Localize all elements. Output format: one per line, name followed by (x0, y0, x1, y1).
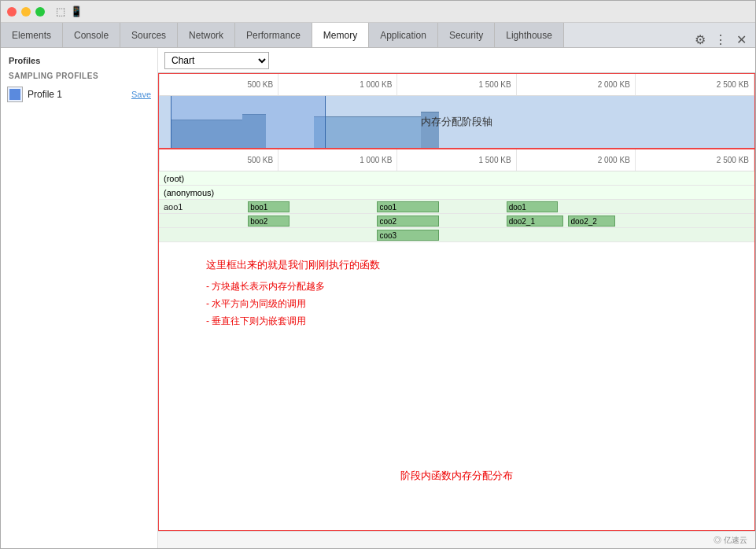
bottom-bar: ◎ 亿速云 (158, 531, 755, 548)
tab-memory[interactable]: Memory (312, 23, 369, 47)
profile-save-link[interactable]: Save (131, 90, 151, 99)
axis-tick-1000k: 1 000 KB (278, 74, 397, 95)
settings-icon[interactable]: ⚙ (692, 31, 708, 47)
anonymous-label: (anonymous) (159, 188, 238, 197)
window-controls (7, 7, 45, 17)
annotation-line-1: - 方块越长表示内存分配越多 (206, 280, 707, 293)
selected-region (171, 96, 326, 148)
annotation-area: 这里框出来的就是我们刚刚执行的函数 - 方块越长表示内存分配越多 - 水平方向为… (159, 242, 754, 453)
device-icon[interactable]: 📱 (70, 6, 83, 18)
chart-select[interactable]: Chart Heavy (Bottom Up) Tree (Top Down) … (164, 52, 269, 69)
level2-bars: coo3 (238, 228, 754, 241)
bottom-axis: 500 KB 1 000 KB 1 500 KB 2 000 KB 2 500 … (159, 149, 754, 171)
minimize-button[interactable] (21, 7, 31, 17)
bottom-axis-tick-2500k: 2 500 KB (636, 149, 754, 171)
tab-actions: ⚙ ⋮ ✕ (692, 31, 755, 47)
axis-tick-500k: 500 KB (159, 74, 278, 95)
tab-elements[interactable]: Elements (1, 23, 63, 47)
bar-coo3[interactable]: coo3 (377, 230, 439, 241)
tab-bar: Elements Console Sources Network Perform… (1, 23, 755, 48)
tab-console[interactable]: Console (63, 23, 120, 47)
annotation-line-2: - 水平方向为同级的调用 (206, 297, 707, 311)
annotation-line-3: - 垂直往下则为嵌套调用 (206, 315, 707, 328)
func-row-level2: coo3 (159, 228, 754, 242)
aoo1-bars: boo1 coo1 doo1 (238, 200, 754, 213)
func-row-aoo1: aoo1 boo1 coo1 doo1 (159, 200, 754, 214)
tab-performance[interactable]: Performance (235, 23, 312, 47)
profiles-title: Profiles (1, 48, 157, 68)
lower-section-label: 阶段内函数内存分配分布 (159, 453, 754, 530)
title-bar-icons: ⬚ 📱 (54, 6, 83, 18)
func-row-level1: boo2 coo2 doo2_1 doo2_2 (159, 214, 754, 228)
func-chart: (root) (anonymous) aoo1 boo1 (159, 171, 754, 242)
bottom-axis-tick-1000k: 1 000 KB (278, 149, 397, 171)
bar-coo1[interactable]: coo1 (377, 201, 439, 212)
bar-doo2-2[interactable]: doo2_2 (568, 216, 614, 227)
bar-coo2[interactable]: coo2 (377, 216, 439, 227)
bottom-axis-tick-500k: 500 KB (159, 149, 278, 171)
close-devtools-icon[interactable]: ✕ (733, 31, 749, 47)
allocation-timeline: 内存分配阶段轴 (159, 96, 754, 149)
content-area: Chart Heavy (Bottom Up) Tree (Top Down) … (158, 48, 755, 548)
level1-bars: boo2 coo2 doo2_1 doo2_2 (238, 214, 754, 227)
alloc-bar-3 (314, 116, 421, 148)
tab-lighthouse[interactable]: Lighthouse (495, 23, 564, 47)
sampling-profiles-title: SAMPLING PROFILES (1, 68, 157, 83)
axis-tick-1500k: 1 500 KB (397, 74, 516, 95)
toolbar: Chart Heavy (Bottom Up) Tree (Top Down) … (158, 48, 755, 73)
tab-security[interactable]: Security (438, 23, 495, 47)
branding-text: ◎ 亿速云 (714, 535, 747, 546)
more-icon[interactable]: ⋮ (713, 31, 728, 47)
root-label: (root) (159, 174, 238, 183)
bar-doo1[interactable]: doo1 (507, 201, 559, 212)
profile-icon-inner (9, 89, 20, 100)
tab-sources[interactable]: Sources (120, 23, 178, 47)
top-axis: 500 KB 1 000 KB 1 500 KB 2 000 KB 2 500 … (159, 74, 754, 96)
bar-boo1[interactable]: boo1 (248, 201, 289, 212)
tab-network[interactable]: Network (178, 23, 235, 47)
profile-name: Profile 1 (28, 89, 127, 100)
inspect-icon[interactable]: ⬚ (54, 6, 67, 18)
main-layout: Profiles SAMPLING PROFILES Profile 1 Sav… (1, 48, 755, 548)
profile-icon (7, 87, 23, 102)
bar-doo2-1[interactable]: doo2_1 (507, 216, 563, 227)
aoo1-label: aoo1 (159, 202, 238, 212)
title-bar: ⬚ 📱 (1, 1, 755, 23)
alloc-bar-4 (421, 112, 439, 148)
anonymous-bars (238, 186, 754, 199)
tab-application[interactable]: Application (369, 23, 438, 47)
profile-item[interactable]: Profile 1 Save (1, 83, 157, 105)
bar-boo2[interactable]: boo2 (248, 216, 289, 227)
maximize-button[interactable] (35, 7, 45, 17)
bottom-axis-tick-1500k: 1 500 KB (397, 149, 516, 171)
sidebar: Profiles SAMPLING PROFILES Profile 1 Sav… (1, 48, 158, 548)
devtools-window: ⬚ 📱 Elements Console Sources Network Per… (0, 0, 756, 549)
close-button[interactable] (7, 7, 17, 17)
axis-tick-2500k: 2 500 KB (636, 74, 754, 95)
root-bars (238, 171, 754, 185)
func-row-anonymous: (anonymous) (159, 186, 754, 200)
bottom-axis-tick-2000k: 2 000 KB (517, 149, 636, 171)
axis-tick-2000k: 2 000 KB (517, 74, 636, 95)
func-row-root: (root) (159, 171, 754, 186)
annotation-title: 这里框出来的就是我们刚刚执行的函数 (206, 258, 707, 272)
